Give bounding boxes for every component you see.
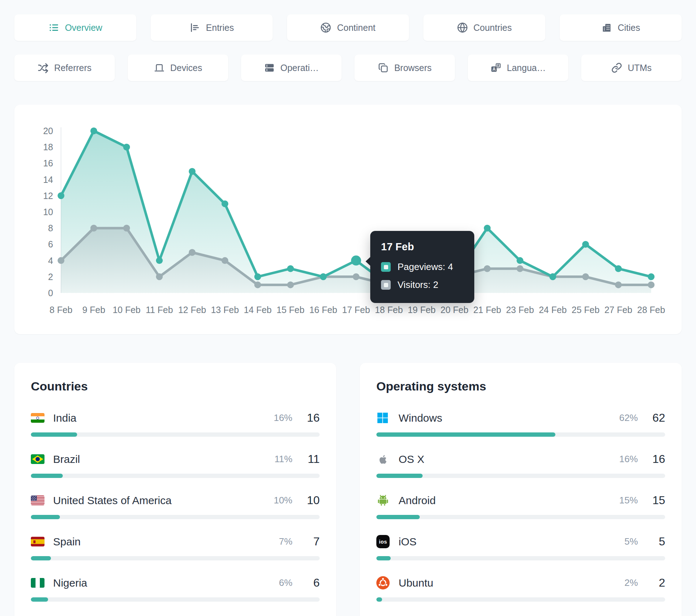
countries-rows: India16%16Brazil11%11United States of Am…: [31, 411, 320, 602]
visitors-point: [254, 281, 261, 288]
row-label: Brazil: [53, 453, 253, 465]
tab-continent[interactable]: Continent: [287, 14, 409, 41]
row-percent: 6%: [253, 577, 292, 588]
brazil-row[interactable]: Brazil11%11: [31, 452, 320, 478]
tab-referrers[interactable]: Referrers: [14, 55, 115, 81]
pageviews-point-highlighted[interactable]: [351, 256, 361, 266]
apple-logo-icon: [376, 453, 391, 466]
svg-text:2: 2: [48, 272, 53, 282]
tab-label: Browsers: [394, 63, 432, 73]
tab-label: Langua…: [507, 63, 546, 73]
tooltip-arrow: [366, 257, 371, 266]
ios-row[interactable]: iosiOS5%5: [376, 535, 665, 560]
tab-cities[interactable]: Cities: [560, 14, 682, 41]
y-axis-ticks: 02468101214161820: [43, 126, 53, 298]
nigeria-row[interactable]: Nigeria6%6: [31, 576, 320, 602]
row-value: 16: [292, 411, 320, 425]
svg-text:28 Feb: 28 Feb: [637, 305, 665, 315]
svg-text:17 Feb: 17 Feb: [342, 305, 370, 315]
svg-text:10 Feb: 10 Feb: [113, 305, 141, 315]
os-x-row[interactable]: OS X16%16: [376, 452, 665, 478]
row-label: India: [53, 412, 253, 424]
browsers-icon: [378, 62, 389, 73]
tooltip-metric: Visitors: 2: [398, 279, 438, 290]
svg-text:23 Feb: 23 Feb: [506, 305, 534, 315]
ubuntu-row[interactable]: Ubuntu2%2: [376, 576, 665, 602]
row-percent: 7%: [253, 536, 292, 547]
svg-text:8: 8: [48, 223, 53, 233]
row-value: 6: [292, 576, 320, 589]
visitors-point: [484, 265, 491, 272]
svg-text:19 Feb: 19 Feb: [408, 305, 436, 315]
tab-label: Continent: [337, 23, 375, 33]
visitors-point: [221, 257, 228, 264]
tab-label: UTMs: [628, 63, 652, 73]
windows-row[interactable]: Windows62%62: [376, 411, 665, 437]
progress-bar: [376, 556, 665, 560]
row-label: Spain: [53, 536, 253, 548]
tab-devices[interactable]: Devices: [128, 55, 228, 81]
cities-icon: [601, 22, 612, 33]
row-label: Android: [399, 494, 598, 507]
svg-text:18: 18: [43, 142, 53, 152]
ubuntu-logo-icon: [376, 576, 391, 589]
india-flag-icon: [31, 413, 45, 423]
svg-text:9 Feb: 9 Feb: [82, 305, 105, 315]
tab-label: Countries: [474, 23, 512, 33]
analytics-dashboard: OverviewEntriesContinentCountriesCities …: [0, 0, 696, 616]
windows-logo-icon: [376, 412, 391, 424]
visitors-point: [353, 273, 359, 280]
languages-icon: A: [490, 62, 501, 73]
row-value: 16: [638, 452, 665, 466]
svg-text:12 Feb: 12 Feb: [178, 305, 206, 315]
tab-operating-systems[interactable]: Operati…: [241, 55, 342, 81]
tab-label: Overview: [65, 23, 102, 33]
tooltip-metric: Pageviews: 4: [398, 261, 453, 273]
tab-overview[interactable]: Overview: [14, 14, 136, 41]
spain-row[interactable]: Spain7%7: [31, 535, 320, 560]
android-row[interactable]: Android15%15: [376, 494, 665, 519]
svg-text:10: 10: [43, 207, 53, 217]
tab-label: Cities: [618, 23, 640, 33]
progress-bar: [376, 474, 665, 478]
india-row[interactable]: India16%16: [31, 411, 320, 437]
pageviews-point: [484, 225, 491, 232]
visitors-point: [58, 257, 65, 264]
row-label: United States of America: [53, 494, 253, 507]
united-states-of-america-row[interactable]: United States of America10%10: [31, 494, 320, 519]
row-value: 7: [292, 535, 320, 548]
android-logo-icon: [376, 494, 391, 507]
traffic-line-chart[interactable]: 024681012141618208 Feb9 Feb10 Feb11 Feb1…: [25, 114, 671, 325]
svg-text:0: 0: [48, 288, 53, 298]
svg-text:15 Feb: 15 Feb: [277, 305, 305, 315]
visitors-point: [90, 225, 97, 232]
traffic-chart-card: 024681012141618208 Feb9 Feb10 Feb11 Feb1…: [14, 105, 682, 334]
tab-countries[interactable]: Countries: [423, 14, 545, 41]
progress-bar: [376, 515, 665, 519]
tab-languages[interactable]: ALangua…: [468, 55, 568, 81]
usa-flag-icon: [31, 496, 45, 505]
operating-systems-rows: Windows62%62OS X16%16Android15%15iosiOS5…: [376, 411, 665, 602]
entries-icon: [189, 22, 200, 33]
operating-systems-icon: [264, 62, 275, 73]
svg-text:16 Feb: 16 Feb: [309, 305, 337, 315]
countries-icon: [457, 22, 468, 33]
brazil-flag-icon: [31, 454, 45, 464]
svg-text:12: 12: [43, 191, 53, 201]
tab-utms[interactable]: UTMs: [581, 55, 682, 81]
countries-panel-title: Countries: [31, 379, 320, 393]
svg-text:24 Feb: 24 Feb: [539, 305, 567, 315]
tab-entries[interactable]: Entries: [151, 14, 273, 41]
countries-panel: Countries India16%16Brazil11%11United St…: [14, 363, 336, 616]
visitors-point: [648, 281, 655, 288]
row-label: Windows: [399, 412, 598, 424]
row-value: 11: [292, 452, 320, 466]
row-percent: 2%: [598, 577, 638, 588]
tab-browsers[interactable]: Browsers: [354, 55, 455, 81]
visitors-point: [189, 249, 196, 256]
svg-text:16: 16: [43, 158, 53, 168]
tab-label: Operati…: [281, 63, 319, 73]
svg-text:20: 20: [43, 126, 53, 136]
visitors-tooltip-row: Visitors: 2: [381, 279, 464, 290]
svg-text:8 Feb: 8 Feb: [50, 305, 72, 315]
